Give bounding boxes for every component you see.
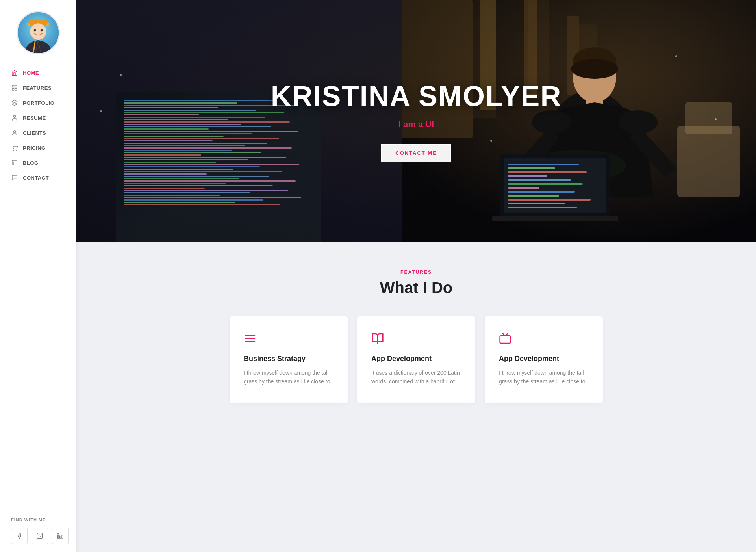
linkedin-icon	[57, 533, 63, 539]
code-line	[124, 171, 282, 172]
code-line	[124, 164, 299, 165]
code-line	[124, 173, 207, 175]
sidebar-item-home[interactable]: HOME	[0, 65, 76, 80]
contact-me-button[interactable]: CONTACT ME	[381, 144, 451, 162]
svg-rect-19	[37, 533, 42, 538]
card-title-app-development-1: App Development	[371, 355, 461, 363]
feature-cards-container: Business Stratagy I throw myself down am…	[100, 316, 732, 403]
code-line	[124, 114, 199, 115]
code-line	[124, 199, 263, 201]
code-line	[124, 202, 235, 203]
hero-subtitle-prefix: I am a	[398, 119, 425, 129]
grid-icon	[11, 84, 18, 91]
code-line	[124, 197, 301, 198]
svg-point-6	[41, 29, 43, 32]
svg-rect-7	[12, 85, 14, 87]
instagram-button[interactable]	[32, 528, 48, 544]
code-line	[124, 112, 284, 113]
code-line	[124, 143, 267, 144]
code-line	[124, 136, 224, 137]
book-icon	[371, 332, 461, 348]
svg-rect-9	[15, 88, 17, 90]
sidebar-item-portfolio[interactable]: PORTFOLIO	[0, 95, 76, 110]
sidebar-item-contact[interactable]: CONTACT	[0, 170, 76, 185]
card-desc-business-strategy: I throw myself down among the tall grass…	[244, 368, 334, 386]
feature-card-business-strategy: Business Stratagy I throw myself down am…	[230, 316, 348, 403]
code-line	[124, 178, 239, 179]
main-content: KRISTINA SMOLYER I am a UI CONTACT ME FE…	[76, 0, 756, 552]
sidebar-item-resume-label: RESUME	[23, 115, 46, 121]
code-line	[124, 188, 205, 189]
code-line	[124, 105, 294, 106]
decorative-dot	[120, 74, 122, 76]
tv-icon	[499, 332, 589, 348]
code-line	[124, 180, 296, 182]
decorative-dot	[675, 55, 677, 57]
sidebar-item-contact-label: CONTACT	[23, 175, 49, 181]
sidebar-item-home-label: HOME	[23, 70, 39, 76]
code-line	[124, 145, 245, 146]
sidebar-item-blog-label: BLOG	[23, 160, 39, 166]
svg-rect-21	[57, 535, 59, 538]
code-line	[124, 192, 250, 193]
code-line	[124, 138, 279, 139]
code-line	[124, 147, 292, 149]
card-title-business-strategy: Business Stratagy	[244, 355, 334, 363]
code-line	[124, 133, 252, 134]
sidebar-item-portfolio-label: PORTFOLIO	[23, 100, 54, 106]
instagram-icon	[37, 533, 43, 539]
code-line	[124, 128, 209, 130]
clients-icon	[11, 129, 18, 136]
svg-point-12	[13, 115, 15, 117]
card-title-app-development-2: App Development	[499, 355, 589, 363]
code-line	[124, 183, 226, 184]
code-line	[124, 107, 218, 108]
features-title: What I Do	[100, 279, 732, 297]
svg-rect-8	[15, 85, 17, 87]
user-icon	[11, 114, 18, 121]
code-line	[124, 121, 290, 123]
feature-card-app-development-2: App Development I throw myself down amon…	[485, 316, 603, 403]
code-line	[124, 126, 271, 127]
code-line	[124, 162, 216, 163]
facebook-button[interactable]	[11, 528, 28, 544]
card-desc-app-development-1: It uses a dictionary of over 200 Latin w…	[371, 368, 461, 386]
code-line	[124, 195, 220, 196]
hero-typed-text: UI	[425, 119, 434, 129]
code-line	[124, 169, 233, 170]
feature-card-app-development-1: App Development It uses a dictionary of …	[357, 316, 475, 403]
code-line	[124, 124, 241, 125]
code-line	[124, 204, 280, 205]
sidebar-item-resume[interactable]: RESUME	[0, 110, 76, 125]
code-line	[124, 154, 201, 156]
code-line	[124, 150, 232, 151]
decorative-dot	[715, 118, 717, 120]
sidebar-item-pricing[interactable]: PRICING	[0, 140, 76, 155]
facebook-icon	[16, 533, 22, 539]
social-icons-container	[11, 528, 69, 544]
code-line	[124, 157, 286, 158]
decorative-dot	[100, 110, 102, 112]
sidebar-item-clients[interactable]: CLIENTS	[0, 125, 76, 140]
features-section: FEATURES What I Do Business Stratagy I t…	[76, 242, 756, 552]
home-icon	[11, 69, 18, 76]
hero-section: KRISTINA SMOLYER I am a UI CONTACT ME	[76, 0, 756, 242]
svg-point-5	[34, 29, 36, 32]
code-line	[124, 100, 275, 101]
svg-point-13	[13, 131, 15, 133]
sidebar-item-blog[interactable]: BLOG	[0, 155, 76, 170]
code-line	[124, 119, 228, 120]
avatar	[17, 11, 60, 54]
code-line	[124, 190, 288, 191]
svg-point-22	[57, 533, 59, 534]
svg-marker-11	[12, 100, 17, 103]
svg-rect-56	[500, 336, 511, 343]
linkedin-button[interactable]	[52, 528, 69, 544]
hero-name: KRISTINA SMOLYER	[271, 80, 562, 112]
sidebar-item-features[interactable]: FEATURES	[0, 80, 76, 95]
code-line	[124, 166, 260, 167]
cart-icon	[11, 144, 18, 151]
layers-icon	[11, 99, 18, 106]
code-line	[124, 152, 261, 153]
sidebar: HOME FEATURES PORTFOLIO	[0, 0, 76, 552]
